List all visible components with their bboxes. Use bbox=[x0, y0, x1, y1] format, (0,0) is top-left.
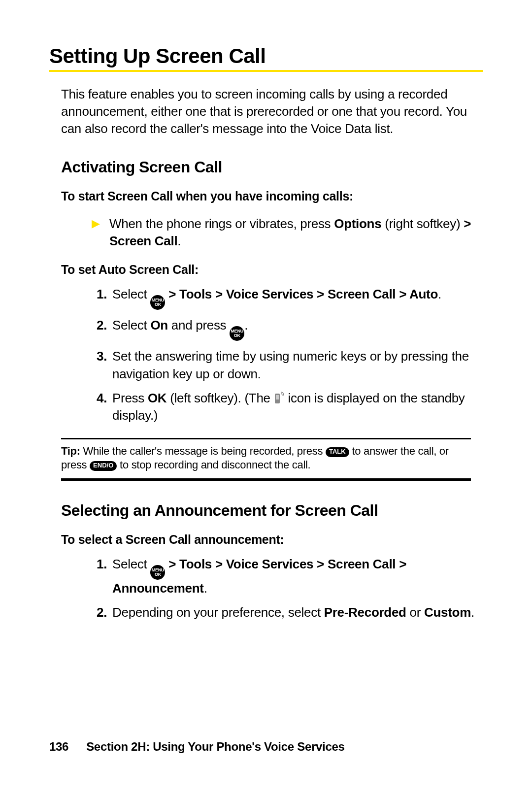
text: Select bbox=[112, 557, 150, 571]
step-2: Select On and press MENUOK. bbox=[110, 317, 483, 341]
intro-paragraph: This feature enables you to screen incom… bbox=[61, 86, 483, 137]
page-title: Setting Up Screen Call bbox=[49, 44, 483, 72]
lead-select-announcement: To select a Screen Call announcement: bbox=[61, 532, 483, 547]
text-bold: > Tools > Voice Services > Screen Call >… bbox=[165, 287, 438, 301]
end-button-icon: END/O bbox=[90, 461, 117, 471]
text: or bbox=[406, 605, 424, 620]
talk-button-icon: TALK bbox=[326, 447, 349, 457]
steps-auto: Select MENUOK > Tools > Voice Services >… bbox=[92, 286, 483, 424]
lead-start-screencall: To start Screen Call when you have incom… bbox=[61, 189, 483, 203]
text-bold: On bbox=[150, 318, 168, 332]
text: and press bbox=[168, 318, 230, 332]
text: Select bbox=[112, 318, 150, 332]
text: Press bbox=[112, 391, 148, 405]
page-number: 136 bbox=[49, 740, 68, 753]
text: While the caller's message is being reco… bbox=[80, 445, 326, 457]
text: Select bbox=[112, 287, 150, 301]
text: to stop recording and disconnect the cal… bbox=[117, 459, 310, 471]
text: When the phone rings or vibrates, press bbox=[109, 216, 334, 231]
svg-rect-1 bbox=[276, 395, 279, 399]
text-bold: Pre-Recorded bbox=[324, 605, 406, 620]
text: (right softkey) bbox=[381, 216, 464, 231]
page-footer: 136Section 2H: Using Your Phone's Voice … bbox=[49, 740, 345, 754]
lead-auto-screencall: To set Auto Screen Call: bbox=[61, 263, 483, 277]
steps-announcement: Select MENUOK > Tools > Voice Services >… bbox=[92, 556, 483, 621]
step-1: Select MENUOK > Tools > Voice Services >… bbox=[110, 286, 483, 310]
text: . bbox=[204, 581, 207, 596]
phone-signal-icon bbox=[274, 392, 285, 404]
step-3: Set the answering time by using numeric … bbox=[110, 348, 483, 382]
bullet-incoming-call: ▶ When the phone rings or vibrates, pres… bbox=[92, 215, 483, 250]
text: Depending on your preference, select bbox=[112, 605, 324, 620]
section-label: Section 2H: Using Your Phone's Voice Ser… bbox=[86, 740, 344, 753]
step-2: Depending on your preference, select Pre… bbox=[110, 604, 483, 621]
menu-ok-icon: MENUOK bbox=[150, 565, 165, 580]
menu-ok-icon: MENUOK bbox=[150, 295, 165, 310]
text: . bbox=[438, 287, 441, 301]
text: . bbox=[244, 318, 248, 332]
text: (left softkey). (The bbox=[166, 391, 273, 405]
text: . bbox=[471, 605, 474, 620]
step-1: Select MENUOK > Tools > Voice Services >… bbox=[110, 556, 483, 597]
subheading-selecting: Selecting an Announcement for Screen Cal… bbox=[61, 501, 483, 520]
tip-label: Tip: bbox=[61, 445, 80, 457]
text-bold: Options bbox=[334, 216, 381, 231]
text-bold: OK bbox=[148, 391, 166, 405]
menu-ok-icon: MENUOK bbox=[230, 326, 244, 341]
text: . bbox=[177, 233, 181, 248]
tip-box: Tip: While the caller's message is being… bbox=[61, 438, 471, 481]
step-4: Press OK (left softkey). (The icon is di… bbox=[110, 390, 483, 424]
triangle-icon: ▶ bbox=[92, 216, 100, 231]
subheading-activating: Activating Screen Call bbox=[61, 158, 483, 176]
text-bold: Custom bbox=[424, 605, 471, 620]
